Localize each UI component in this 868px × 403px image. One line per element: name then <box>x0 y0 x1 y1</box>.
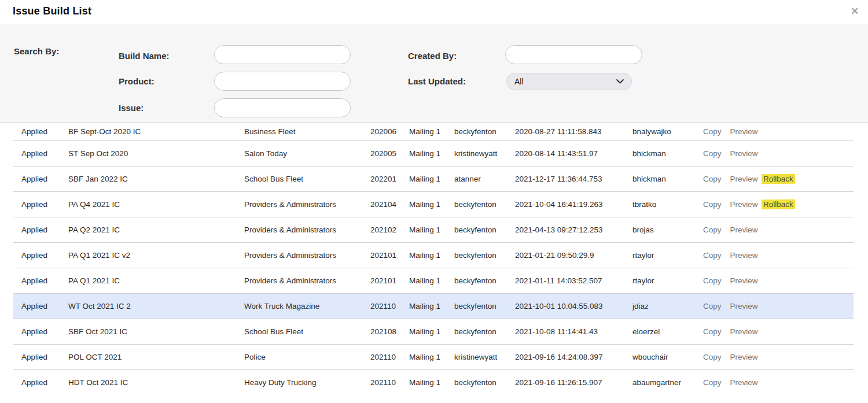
table-row[interactable]: AppliedPA Q4 2021 ICProviders & Administ… <box>13 191 854 217</box>
created-by-input[interactable] <box>505 45 642 64</box>
status-cell: Applied <box>13 251 68 260</box>
issue-cell: 202101 <box>370 251 405 260</box>
copy-link[interactable]: Copy <box>703 127 722 136</box>
mailing-cell: Mailing 1 <box>405 353 454 361</box>
row-actions: CopyPreview <box>699 276 854 285</box>
issue-cell: 202104 <box>370 200 405 209</box>
rollback-link[interactable]: Rollback <box>761 174 795 184</box>
preview-link[interactable]: Preview <box>730 200 758 209</box>
preview-link[interactable]: Preview <box>730 378 758 387</box>
build-name-cell: BF Sept-Oct 2020 IC <box>68 127 244 136</box>
build-name-cell: SBF Jan 2022 IC <box>68 175 244 183</box>
table-row[interactable]: AppliedPA Q2 2021 ICProviders & Administ… <box>13 217 854 242</box>
last-updated-cell: 2021-01-21 09:50:29.9 <box>515 251 632 260</box>
last-updated-selected-value: All <box>514 77 616 86</box>
row-actions: CopyPreviewRollback <box>699 174 854 184</box>
build-table-body: AppliedBF Sept-Oct 2020 ICBusiness Fleet… <box>13 123 854 395</box>
copy-link[interactable]: Copy <box>703 327 722 336</box>
build-name-cell: PA Q4 2021 IC <box>68 200 244 209</box>
chevron-down-icon <box>616 79 624 84</box>
updated-by-cell: wbouchair <box>632 353 699 361</box>
copy-link[interactable]: Copy <box>703 378 722 387</box>
build-name-input[interactable] <box>214 45 351 64</box>
last-updated-cell: 2020-08-14 11:43:51.97 <box>515 149 632 158</box>
preview-link[interactable]: Preview <box>730 225 758 234</box>
updated-by-cell: bhickman <box>632 175 699 183</box>
created-by-cell: kristinewyatt <box>454 353 515 361</box>
status-cell: Applied <box>13 276 68 285</box>
status-cell: Applied <box>13 302 68 310</box>
table-row[interactable]: AppliedPA Q1 2021 IC v2Providers & Admin… <box>13 242 854 268</box>
preview-link[interactable]: Preview <box>730 251 758 260</box>
updated-by-cell: rtaylor <box>632 251 699 260</box>
copy-link[interactable]: Copy <box>703 175 722 183</box>
created-by-cell: beckyfenton <box>454 302 515 310</box>
last-updated-select[interactable]: All <box>506 73 632 90</box>
table-row[interactable]: AppliedHDT Oct 2021 ICHeavy Duty Truckin… <box>13 369 854 395</box>
build-name-cell: PA Q2 2021 IC <box>68 225 244 234</box>
build-name-cell: ST Sep Oct 2020 <box>68 149 244 158</box>
close-icon[interactable]: ✕ <box>848 5 861 18</box>
issue-cell: 202110 <box>370 378 405 387</box>
copy-link[interactable]: Copy <box>703 276 722 285</box>
last-updated-cell: 2021-12-17 11:36:44.753 <box>515 175 632 183</box>
preview-link[interactable]: Preview <box>730 327 758 336</box>
mailing-cell: Mailing 1 <box>405 251 454 260</box>
copy-link[interactable]: Copy <box>703 225 722 234</box>
copy-link[interactable]: Copy <box>703 353 722 361</box>
status-cell: Applied <box>13 127 68 136</box>
table-row[interactable]: AppliedSBF Jan 2022 ICSchool Bus Fleet20… <box>13 166 854 191</box>
preview-link[interactable]: Preview <box>730 149 758 158</box>
product-cell: School Bus Fleet <box>244 175 370 183</box>
status-cell: Applied <box>13 378 68 387</box>
updated-by-cell: tbratko <box>632 200 699 209</box>
preview-link[interactable]: Preview <box>730 353 758 361</box>
page-title: Issue Build List <box>13 5 91 17</box>
preview-link[interactable]: Preview <box>730 276 758 285</box>
mailing-cell: Mailing 1 <box>405 175 454 183</box>
copy-link[interactable]: Copy <box>703 200 722 209</box>
mailing-cell: Mailing 1 <box>405 200 454 209</box>
preview-link[interactable]: Preview <box>730 127 758 136</box>
product-cell: Providers & Administrators <box>244 200 370 209</box>
row-actions: CopyPreview <box>699 378 854 387</box>
preview-link[interactable]: Preview <box>730 175 758 183</box>
copy-link[interactable]: Copy <box>703 251 722 260</box>
build-name-cell: HDT Oct 2021 IC <box>68 378 244 387</box>
last-updated-cell: 2020-08-27 11:11:58.843 <box>515 127 632 136</box>
issue-label: Issue: <box>119 103 144 113</box>
issue-cell: 202006 <box>370 127 405 136</box>
mailing-cell: Mailing 1 <box>405 149 454 158</box>
rollback-link[interactable]: Rollback <box>761 199 795 210</box>
mailing-cell: Mailing 1 <box>405 276 454 285</box>
issue-input[interactable] <box>214 98 351 117</box>
status-cell: Applied <box>13 327 68 336</box>
table-row[interactable]: AppliedST Sep Oct 2020Salon Today202005M… <box>13 141 854 166</box>
product-cell: Heavy Duty Trucking <box>244 378 370 387</box>
status-cell: Applied <box>13 149 68 158</box>
table-row[interactable]: AppliedBF Sept-Oct 2020 ICBusiness Fleet… <box>13 123 854 141</box>
table-row[interactable]: AppliedSBF Oct 2021 ICSchool Bus Fleet20… <box>13 319 854 344</box>
row-actions: CopyPreviewRollback <box>699 199 854 209</box>
issue-cell: 202110 <box>370 353 405 361</box>
modal-header: Issue Build List ✕ <box>0 0 868 24</box>
preview-link[interactable]: Preview <box>730 302 758 310</box>
status-cell: Applied <box>13 175 68 183</box>
created-by-cell: beckyfenton <box>454 327 515 336</box>
row-actions: CopyPreview <box>699 353 854 361</box>
product-cell: Police <box>244 353 370 361</box>
copy-link[interactable]: Copy <box>703 149 722 158</box>
table-row[interactable]: AppliedPOL OCT 2021Police202110Mailing 1… <box>13 344 854 369</box>
table-row[interactable]: AppliedPA Q1 2021 ICProviders & Administ… <box>13 268 854 293</box>
updated-by-cell: jdiaz <box>632 302 699 310</box>
build-name-cell: PA Q1 2021 IC <box>68 276 244 285</box>
table-row[interactable]: AppliedWT Oct 2021 IC 2Work Truck Magazi… <box>13 293 854 319</box>
issue-cell: 202102 <box>370 225 405 234</box>
copy-link[interactable]: Copy <box>703 302 722 310</box>
build-name-cell: POL OCT 2021 <box>68 353 244 361</box>
row-actions: CopyPreview <box>699 225 854 234</box>
product-input[interactable] <box>214 72 351 91</box>
status-cell: Applied <box>13 353 68 361</box>
status-cell: Applied <box>13 225 68 234</box>
created-by-cell: beckyfenton <box>454 251 515 260</box>
